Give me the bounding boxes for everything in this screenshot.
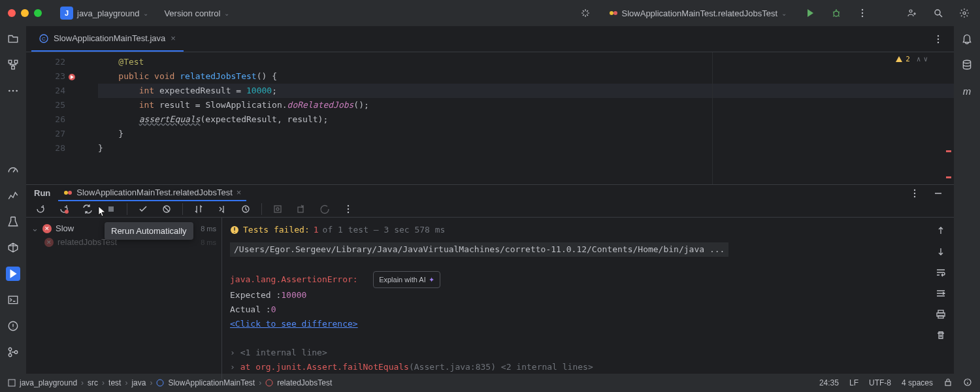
export-button[interactable] [293, 201, 309, 217]
svg-point-3 [862, 9, 863, 10]
svg-point-8 [963, 12, 966, 14]
more-toolbar-icon[interactable] [340, 201, 356, 217]
fold-toggle-icon[interactable]: › [230, 362, 235, 372]
indent-setting[interactable]: 4 spaces [902, 378, 933, 387]
test-history-button[interactable] [238, 201, 253, 217]
folded-line[interactable]: <2 internal lines> [496, 362, 593, 372]
scroll-up-icon[interactable] [933, 223, 949, 238]
rerun-failed-button[interactable] [56, 201, 72, 217]
show-ignored-toggle[interactable] [159, 201, 174, 217]
fold-toggle-icon[interactable]: › [230, 348, 235, 357]
crumb[interactable]: java [131, 378, 146, 387]
close-tab-icon[interactable]: × [171, 33, 176, 43]
breadcrumb[interactable]: java_playground › src › test › java › Sl… [8, 378, 332, 387]
code-body[interactable]: @Test public void relatedJobsTest() { in… [78, 52, 954, 184]
test-config-icon [63, 188, 73, 197]
project-selector[interactable]: J java_playground ⌄ [55, 4, 154, 22]
terminal-tool-icon[interactable] [6, 293, 20, 307]
stack-method: org.junit.Assert.failNotEquals [255, 362, 409, 372]
panel-options-icon[interactable] [907, 186, 923, 201]
line-number: 23 [26, 69, 65, 84]
svg-rect-32 [108, 206, 114, 212]
build-tool-icon[interactable] [6, 214, 20, 229]
crumb[interactable]: java_playground [20, 378, 77, 387]
database-tool-icon[interactable] [960, 57, 974, 72]
settings-icon[interactable] [956, 5, 972, 21]
project-tool-icon[interactable] [6, 31, 20, 46]
run-tool-window: Run SlowApplicationMainTest.relatedJobsT… [26, 184, 954, 374]
inspection-widget[interactable]: 2 ∧ ∨ [895, 55, 928, 63]
svg-point-40 [348, 212, 349, 213]
crumb-separator: › [125, 378, 127, 387]
crumb[interactable]: relatedJobsTest [277, 378, 332, 387]
stack-location[interactable]: (Assert.java:835) [409, 362, 496, 372]
rerun-auto-button[interactable] [80, 201, 95, 217]
code-with-me-icon[interactable] [904, 5, 920, 21]
svg-point-4 [862, 12, 863, 14]
expand-all-button[interactable] [214, 201, 230, 217]
folded-line[interactable]: <1 internal line> [240, 348, 327, 357]
print-icon[interactable] [933, 306, 949, 322]
debug-button[interactable] [828, 5, 844, 21]
crumb-separator: › [150, 378, 152, 387]
close-window-button[interactable] [8, 9, 16, 17]
scroll-down-icon[interactable] [933, 244, 949, 259]
explain-with-ai-button[interactable]: Explain with AI ✦ [373, 271, 440, 288]
run-button[interactable] [802, 5, 818, 21]
maximize-window-button[interactable] [34, 9, 42, 17]
crumb-separator: › [259, 378, 261, 387]
run-tab[interactable]: SlowApplicationMainTest.relatedJobsTest … [58, 185, 246, 201]
crumb[interactable]: test [108, 378, 121, 387]
more-tool-icon[interactable] [6, 84, 20, 98]
more-actions-button[interactable] [855, 5, 870, 21]
search-everywhere-icon[interactable] [930, 5, 946, 21]
import-button[interactable] [270, 201, 286, 217]
services-tool-icon[interactable] [6, 240, 20, 255]
error-stripe[interactable] [946, 150, 951, 152]
ai-assistant-icon[interactable] [578, 5, 593, 21]
nav-up-icon[interactable]: ∧ [917, 55, 921, 63]
file-encoding[interactable]: UTF-8 [869, 378, 891, 387]
soft-wrap-icon[interactable] [933, 265, 949, 280]
error-stripe[interactable] [946, 176, 951, 178]
code-editor[interactable]: 2 ∧ ∨ 22 23 24 25 26 27 28 @Test public … [26, 52, 954, 184]
rerun-button[interactable] [33, 201, 48, 217]
run-tool-icon[interactable] [6, 267, 20, 281]
hide-panel-icon[interactable] [930, 186, 946, 201]
meter-tool-icon[interactable] [6, 162, 20, 176]
status-info-icon[interactable] [963, 378, 972, 389]
problems-tool-icon[interactable] [6, 319, 20, 333]
close-tab-icon[interactable]: × [237, 188, 242, 197]
clear-icon[interactable] [933, 327, 949, 343]
sort-button[interactable] [191, 201, 206, 217]
editor-tab[interactable]: C SlowApplicationMainTest.java × [31, 26, 184, 52]
notifications-icon[interactable] [960, 31, 974, 46]
tab-options-icon[interactable] [930, 31, 946, 47]
crumb[interactable]: src [88, 378, 98, 387]
vcs-label: Version control [164, 8, 220, 18]
vcs-tool-icon[interactable] [6, 345, 20, 359]
svg-text:C: C [42, 36, 46, 42]
version-control-menu[interactable]: Version control ⌄ [159, 6, 235, 21]
crumb[interactable]: SlowApplicationMainTest [168, 378, 255, 387]
test-tree[interactable]: ⌄ ✕ Slow 8 ms ✕ relatedJobsTest 8 ms [26, 218, 222, 380]
run-configuration-selector[interactable]: SlowApplicationMainTest.relatedJobsTest … [604, 6, 792, 21]
svg-point-30 [914, 195, 915, 197]
scroll-to-end-icon[interactable] [933, 286, 949, 301]
chevron-down-icon: ⌄ [143, 10, 148, 17]
svg-rect-35 [274, 206, 281, 212]
profiler-tool-icon[interactable] [6, 188, 20, 203]
nav-down-icon[interactable]: ∨ [923, 55, 928, 63]
layout-button[interactable] [317, 201, 333, 217]
maven-tool-icon[interactable]: m [960, 84, 974, 98]
show-passed-toggle[interactable] [135, 201, 151, 217]
structure-tool-icon[interactable] [6, 57, 20, 72]
test-console[interactable]: Tests failed: 1 of 1 test – 3 sec 578 ms… [222, 218, 954, 380]
line-separator[interactable]: LF [849, 378, 858, 387]
minimize-window-button[interactable] [21, 9, 29, 17]
crumb-separator: › [81, 378, 84, 387]
see-difference-link[interactable]: <Click to see difference> [230, 319, 358, 329]
cursor-position[interactable]: 24:35 [819, 378, 839, 387]
run-gutter-icon[interactable] [68, 71, 76, 86]
chevron-down-icon[interactable]: ⌄ [31, 223, 39, 233]
